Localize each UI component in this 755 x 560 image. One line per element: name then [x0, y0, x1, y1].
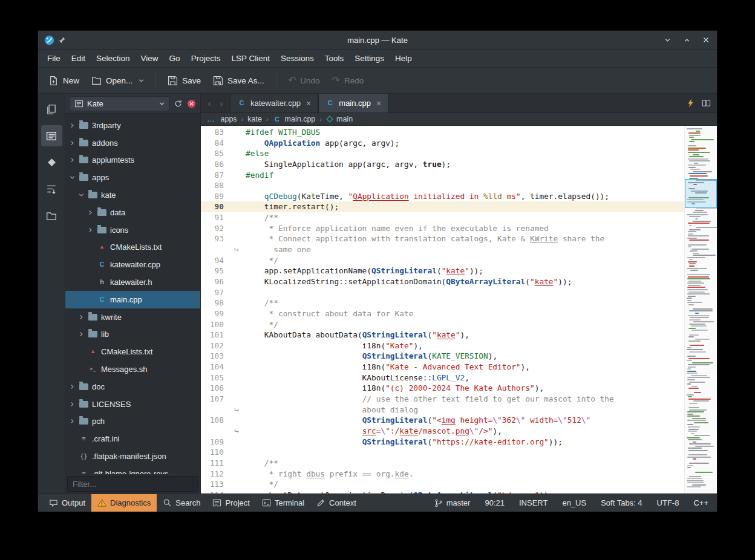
chevron-right-icon[interactable]	[78, 314, 85, 320]
breadcrumb-apps[interactable]: apps	[221, 115, 237, 123]
tree-item-addons[interactable]: addons	[65, 134, 200, 152]
line-number: 106	[201, 383, 230, 394]
tab-main-cpp[interactable]: Cmain.cpp×	[318, 94, 388, 112]
chevron-right-icon[interactable]	[87, 210, 94, 215]
tab-close-icon[interactable]: ×	[306, 99, 311, 108]
menu-projects[interactable]: Projects	[186, 51, 226, 66]
tab-forward-icon[interactable]: ›	[216, 98, 227, 108]
close-project-icon[interactable]	[187, 99, 196, 108]
filter-input[interactable]	[67, 476, 198, 492]
status-master[interactable]: master	[434, 498, 471, 507]
status-90-21[interactable]: 90:21	[485, 498, 505, 507]
tree-item-appiumtests[interactable]: appiumtests	[65, 152, 200, 169]
chevron-right-icon[interactable]	[78, 331, 85, 337]
tree-item-flatpak-manifest-json[interactable]: {}.flatpak-manifest.json	[65, 448, 200, 465]
menu-lsp-client[interactable]: LSP Client	[226, 51, 275, 66]
tree-item-icons[interactable]: icons	[65, 221, 200, 239]
dock-projects-button[interactable]	[41, 125, 62, 146]
menu-go[interactable]: Go	[164, 51, 186, 66]
chevron-right-icon[interactable]	[69, 402, 76, 407]
dock-git-button[interactable]	[41, 178, 62, 200]
menu-help[interactable]: Help	[390, 51, 417, 66]
tree-item-cmakelists-txt[interactable]: ▲CMakeLists.txt	[65, 343, 200, 360]
project-panel-header: Kate	[65, 94, 200, 114]
dock-symbols-button[interactable]	[41, 152, 62, 173]
menu-sessions[interactable]: Sessions	[275, 51, 319, 66]
status-context-button[interactable]: Context	[310, 494, 362, 512]
new-button[interactable]: New	[43, 71, 85, 90]
menu-edit[interactable]: Edit	[66, 51, 91, 66]
code-editor[interactable]: 83#ifdef WITH_DBUS84 QApplication app(ar…	[201, 126, 684, 493]
status-diagnostics-button[interactable]: Diagnostics	[91, 494, 157, 512]
line-number: 98	[201, 298, 230, 308]
chevron-right-icon[interactable]	[69, 384, 76, 389]
chevron-down-icon[interactable]	[78, 192, 85, 198]
project-selector[interactable]: Kate	[70, 96, 169, 111]
status-c[interactable]: C++	[693, 498, 708, 507]
flash-icon[interactable]	[687, 99, 695, 108]
minimap-line	[689, 351, 706, 353]
tree-item-pch[interactable]: pch	[65, 413, 200, 431]
minimap-line	[689, 310, 713, 311]
status-output-button[interactable]: Output	[43, 494, 91, 512]
undo-button[interactable]: ↶Undo	[283, 71, 325, 90]
tree-item-licenses[interactable]: LICENSES	[65, 396, 200, 413]
tree-item-craft-ini[interactable]: ≡.craft.ini	[65, 430, 200, 448]
open-button[interactable]: Open...	[86, 71, 149, 90]
save-as-button[interactable]: Save As...	[208, 71, 270, 90]
tree-item-data[interactable]: data	[65, 204, 200, 221]
tab-katewaiter-cpp[interactable]: Ckatewaiter.cpp×	[230, 94, 318, 112]
minimize-button[interactable]	[662, 35, 672, 45]
tree-item-main-cpp[interactable]: Cmain.cpp	[65, 291, 200, 308]
chevron-right-icon[interactable]	[69, 140, 76, 146]
menu-settings[interactable]: Settings	[349, 51, 390, 66]
chevron-down-icon[interactable]	[69, 175, 76, 180]
redo-button[interactable]: ↷Redo	[327, 71, 370, 90]
tree-item-apps[interactable]: apps	[65, 169, 200, 186]
tab-back-icon[interactable]: ‹	[204, 98, 215, 108]
titlebar[interactable]: main.cpp — Kate	[38, 31, 717, 50]
tab-close-icon[interactable]: ×	[376, 99, 381, 108]
chevron-right-icon[interactable]	[87, 227, 94, 233]
gutter-space	[230, 127, 243, 138]
tree-item-kate[interactable]: kate	[65, 186, 200, 204]
chevron-right-icon[interactable]	[69, 418, 76, 424]
minimap[interactable]	[684, 126, 717, 493]
refresh-icon[interactable]	[174, 99, 183, 108]
maximize-button[interactable]	[682, 35, 691, 45]
tree-item-lib[interactable]: lib	[65, 326, 200, 343]
status-soft-tabs-4[interactable]: Soft Tabs: 4	[601, 498, 642, 507]
menu-tools[interactable]: Tools	[319, 51, 350, 66]
tree-item-3rdparty[interactable]: 3rdparty	[65, 117, 200, 134]
breadcrumb-main[interactable]: main	[326, 115, 353, 123]
split-view-icon[interactable]	[702, 99, 711, 108]
menu-file[interactable]: File	[42, 51, 66, 66]
status-project-button[interactable]: Project	[206, 494, 255, 512]
breadcrumb-collapsed[interactable]: …	[207, 115, 215, 123]
chevron-right-icon[interactable]	[69, 157, 76, 163]
status-search-button[interactable]: Search	[157, 494, 206, 512]
breadcrumb-kate[interactable]: kate	[247, 115, 262, 123]
minimap-line	[688, 244, 707, 246]
tree-item-messages-sh[interactable]: >_Messages.sh	[65, 360, 200, 378]
tree-item-git-blame-ignore-revs[interactable]: ≡.git-blame-ignore-revs	[65, 465, 200, 474]
tree-item-cmakelists-txt[interactable]: ▲CMakeLists.txt	[65, 239, 200, 256]
dock-documents-button[interactable]	[41, 99, 62, 120]
menu-selection[interactable]: Selection	[91, 51, 136, 66]
dock-filesystem-button[interactable]	[41, 205, 62, 226]
tree-item-doc[interactable]: doc	[65, 378, 200, 396]
close-button[interactable]	[701, 35, 711, 45]
tree-item-katewaiter-h[interactable]: hkatewaiter.h	[65, 273, 200, 291]
save-button[interactable]: Save	[162, 71, 206, 90]
status-utf-8[interactable]: UTF-8	[657, 498, 679, 507]
chevron-right-icon[interactable]	[69, 123, 76, 128]
breadcrumb-main-cpp[interactable]: Cmain.cpp	[273, 115, 316, 123]
tree-item-katewaiter-cpp[interactable]: Ckatewaiter.cpp	[65, 256, 200, 273]
gutter-space	[230, 287, 243, 298]
status-en-us[interactable]: en_US	[562, 498, 586, 507]
menu-view[interactable]: View	[136, 51, 164, 66]
tree-item-kwrite[interactable]: kwrite	[65, 308, 200, 326]
status-terminal-button[interactable]: Terminal	[256, 494, 310, 512]
status-insert[interactable]: INSERT	[519, 498, 547, 507]
minimap-viewport[interactable]	[685, 179, 717, 208]
